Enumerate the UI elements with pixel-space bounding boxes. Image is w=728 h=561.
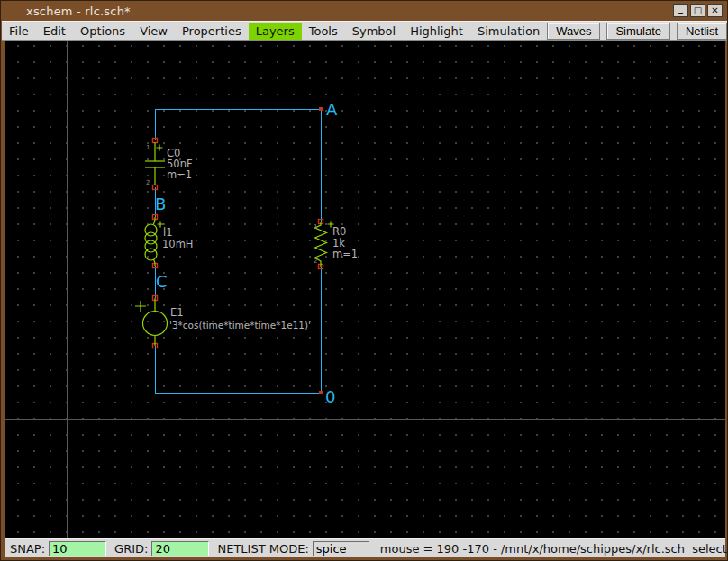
simulate-button[interactable]: Simulate: [606, 23, 670, 40]
node-label-a[interactable]: A: [326, 102, 337, 118]
snap-label: SNAP:: [10, 542, 45, 556]
grid-label: GRID:: [114, 542, 148, 556]
node-label-b[interactable]: B: [155, 196, 166, 213]
inductor-symbol[interactable]: [145, 217, 164, 266]
resistor-name[interactable]: R0: [332, 226, 346, 237]
node-label-gnd[interactable]: 0: [325, 389, 335, 405]
menu-layers[interactable]: Layers: [249, 23, 302, 40]
resistor-pin1: 1: [314, 222, 317, 232]
snap-input[interactable]: [49, 541, 106, 556]
schematic-drawing[interactable]: [5, 41, 725, 538]
menu-edit[interactable]: Edit: [36, 23, 73, 40]
menu-simulation[interactable]: Simulation: [470, 23, 547, 40]
menu-view[interactable]: View: [132, 23, 175, 40]
menu-options[interactable]: Options: [73, 23, 132, 40]
window-controls: _ □ ✕: [673, 4, 723, 17]
capacitor-mult[interactable]: m=1: [167, 169, 192, 180]
node-label-c[interactable]: C: [156, 274, 168, 290]
minimize-icon[interactable]: _: [673, 4, 688, 17]
title-bar[interactable]: xschem - rlc.sch* _ □ ✕: [1, 1, 727, 21]
capacitor-pin2: 2: [146, 177, 150, 188]
mouse-coordinates-text: mouse = 190 -170 - /mnt/x/home/schippes/…: [380, 542, 728, 556]
waves-button[interactable]: Waves: [547, 23, 600, 40]
voltage-source-symbol[interactable]: [135, 298, 168, 346]
status-bar: SNAP: GRID: NETLIST MODE: mouse = 190 -1…: [5, 538, 725, 557]
netlist-mode-label: NETLIST MODE:: [217, 542, 308, 556]
netlist-mode-input[interactable]: [313, 541, 369, 556]
inductor-name[interactable]: l1: [163, 227, 173, 238]
grid-input[interactable]: [151, 541, 209, 556]
menu-symbol[interactable]: Symbol: [345, 23, 403, 40]
inductor-value[interactable]: 10mH: [162, 239, 193, 249]
maximize-icon[interactable]: □: [690, 4, 705, 17]
resistor-pin2: 2: [314, 256, 317, 267]
menu-file[interactable]: File: [2, 23, 36, 40]
menu-tools[interactable]: Tools: [302, 23, 345, 40]
resistor-symbol[interactable]: [315, 222, 334, 267]
schematic-canvas[interactable]: A B C 0 C0 50nF m=1 1 2 l1 10mH E1 '3*co…: [5, 41, 725, 538]
menu-bar: File Edit Options View Properties Layers…: [2, 21, 728, 41]
netlist-button[interactable]: Netlist: [677, 23, 727, 40]
capacitor-pin1: 1: [146, 142, 150, 153]
menu-properties[interactable]: Properties: [175, 23, 249, 40]
source-name[interactable]: E1: [170, 307, 184, 318]
window-title: xschem - rlc.sch*: [26, 5, 131, 18]
source-value[interactable]: '3*cos(time*time*time*1e11)': [169, 320, 311, 330]
close-icon[interactable]: ✕: [707, 4, 723, 17]
menu-highlight[interactable]: Highlight: [403, 23, 470, 40]
resistor-mult[interactable]: m=1: [332, 249, 358, 259]
xschem-window: xschem - rlc.sch* _ □ ✕ File Edit Option…: [0, 0, 728, 561]
